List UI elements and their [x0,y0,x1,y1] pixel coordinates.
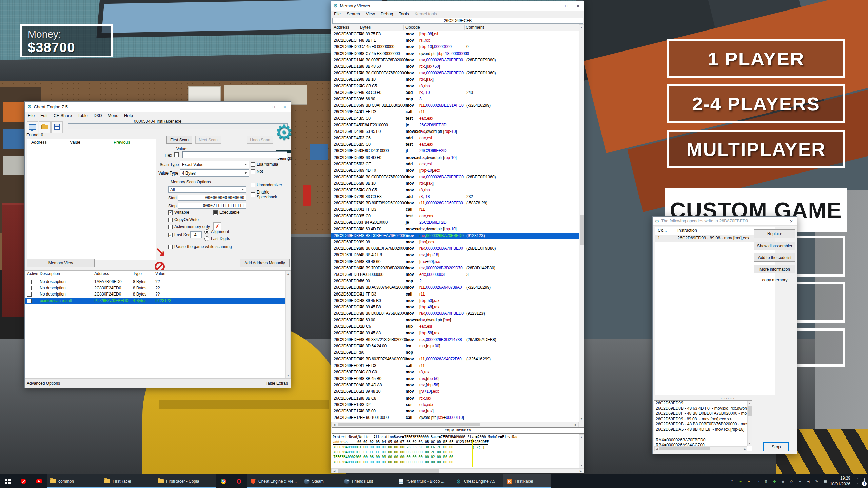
disasm-row[interactable]: 26C2D69ED8F48 B8 D0BE0FA76B020000movrax,… [331,233,579,239]
close-icon[interactable] [279,102,291,112]
menu-file[interactable]: File [28,113,35,118]
disasm-row[interactable]: 26C2D69EDDD48 63 00movsxdrax,dword ptr [… [331,317,579,324]
mv-address-bar[interactable]: 26C2D69ECFB [332,18,583,24]
disasm-row[interactable]: 26C2D69ED530F8C D4010000jl26C2D69EF2D [331,148,579,155]
context-horizontal-scrollbar[interactable] [654,446,747,451]
disasm-row[interactable]: 26C2D69ED5F89 4D F0mov[rbp-10],ecx [331,168,579,174]
disasm-row[interactable]: 26C2D69EDCB48 89 45 B0mov[rbp-50],rax [331,298,579,304]
menu-search[interactable]: Search [347,12,360,16]
mv-hexview[interactable]: Protect:Read/Write AllocationBase=7FF63B… [331,434,584,468]
op-titlebar[interactable]: ⚙ The following opcodes write to 26BA70F… [653,217,797,226]
disasm-row[interactable]: 26C2D69ED8385 C0testeax,eax [331,213,579,220]
resize-handle[interactable]: ········ [721,396,735,400]
menu-mono[interactable]: Mono [108,113,118,118]
minimize-icon[interactable] [549,1,561,11]
disasm-row[interactable]: 26C2D69EDBE49 BB A03807946A020000movr11,… [331,285,579,291]
disasm-row[interactable]: 26C2D69EDF649 BB 602F07946A020000movr11,… [331,356,579,363]
disasm-row[interactable]: 26C2D69ED9B48 B8 00BE0FA76B020000movrax,… [331,246,579,252]
menu-ce-share[interactable]: CE Share [54,113,72,118]
disasm-row[interactable]: 26C2D69EDE02B C6subeax,esi [331,324,579,330]
undo-scan-button[interactable]: Undo Scan [247,136,273,144]
taskbar-youtube-button[interactable] [31,474,47,488]
disasm-row[interactable]: 26C2D69EDB7BA 03000000movedx,000000033 [331,272,579,278]
menu-kernel-tools[interactable]: Kernel tools [415,12,437,16]
pen-icon[interactable]: ✎ [814,479,820,484]
menu-tools[interactable]: Tools [399,12,409,16]
taskbar-friends-list[interactable]: Friends List [340,474,395,488]
replace-button[interactable]: Replace [754,229,795,238]
open-table-button[interactable] [39,121,51,133]
disasm-row[interactable]: 26C2D69EDCF48 89 45 B8mov[rbp-48],rax [331,304,579,311]
table-row[interactable]: No description2C830F24ED08 Bytes?? [25,285,285,291]
taskbar-windows-button[interactable] [0,474,16,488]
not-checkbox[interactable]: Not [251,169,263,174]
disasm-row[interactable]: 26C2D69ED6C48 8B 10movrdx,[rax] [331,181,579,187]
table-row[interactable]: No description2C830F24ED08 Bytes?? [25,291,285,298]
hex-checkbox[interactable] [174,152,179,157]
menu-file[interactable]: File [334,12,341,16]
menu-view[interactable]: View [366,12,375,16]
scan-type-select[interactable]: Exact Value [180,161,249,168]
copyonwrite-checkbox[interactable]: CopyOnWrite [168,217,199,222]
disasm-row[interactable]: 26C2D69EDBC66 90nop2 [331,278,579,285]
disasm-row[interactable]: 26C2D69ED9989 08mov[rax],ecx [331,239,579,246]
taskbar-cheat-engine-7-5[interactable]: ⚙Cheat Engine 7.5 [452,474,503,488]
taskbar--sem-t-tulo-bloco-[interactable]: *Sem título - Bloco ... [395,474,452,488]
disasm-row[interactable]: 26C2D69EE1533 D2xoredx,edx [331,402,579,408]
advanced-options-link[interactable]: Advanced Options [27,381,60,386]
close-icon[interactable] [786,217,797,225]
copy-memory-bar[interactable]: copy memory [332,427,584,434]
disasm-row[interactable]: 26C2D69ED1B48 8B 48 60movrcx,[rax+60] [331,64,579,70]
column-address[interactable]: Address [334,25,349,30]
menu-help[interactable]: Help [124,113,133,118]
disasm-row[interactable]: 26C2D69ED5948 63 4D F0movsxdrcx,dword pt… [331,155,579,161]
menu-edit[interactable]: Edit [40,113,48,118]
menu-1-player[interactable]: 1 PLAYER [667,39,845,78]
executable-checkbox[interactable]: Executable [213,210,239,215]
table-scrollbar[interactable] [285,271,291,379]
disasm-row[interactable]: 26C2D69EE1748 8B 00movrax,[rax] [331,408,579,415]
notification-center-icon[interactable]: 1 [857,478,865,484]
maximize-icon[interactable] [268,102,279,112]
value-input[interactable] [182,151,287,158]
security-icon[interactable]: ✚ [772,479,777,484]
writable-checkbox[interactable]: Writable [168,210,189,215]
ce-titlebar[interactable]: ⚙ Cheat Engine 7.5 [25,102,291,112]
more-information-button[interactable]: More information [754,265,795,273]
disasm-row[interactable]: 26C2D69EDD348 B8 D0BE0FA76B020000movrax,… [331,311,579,317]
menu-2-4-players[interactable]: 2-4 PLAYERS [667,84,845,123]
disasm-row[interactable]: 26C2D69EDC841 FF D3callr11 [331,291,579,298]
disasm-row[interactable]: 26C2D69EDA948 89 48 60mov[rax+60],rcx [331,259,579,265]
hex-scrollbar[interactable] [579,434,584,468]
fast-scan-checkbox[interactable]: Fast Scan [168,232,193,237]
disasm-row[interactable]: 26C2D69ED7249 83 C0 E8addr8,-18232 [331,194,579,200]
disasm-row[interactable]: 26C2D69EDF590nop [331,350,579,356]
last-digits-radio[interactable]: Last Digits [204,236,230,241]
context-vertical-scrollbar[interactable] [747,401,752,446]
taskbar-clock[interactable]: 19:29 10/01/2026 [830,475,850,487]
taskbar-cheat-engine-vie-[interactable]: Cheat Engine :: Vie... [247,474,300,488]
taskbar-firstracer[interactable]: FirstRacer [101,474,155,488]
disasm-row[interactable]: 26C2D69ED4041 FF D3callr11 [331,109,579,116]
disasm-row[interactable]: 26C2D69ED2C4C 8B C5movr8,rbp [331,83,579,90]
volume-icon[interactable]: ◄ [806,479,811,483]
column-comment[interactable]: Comment [466,25,484,30]
chrome-icon[interactable]: ● [746,479,752,483]
pointer-arrow-icon[interactable]: ↘ [155,246,165,258]
scan-results-list[interactable]: AddressValuePrevious [27,139,156,260]
menu-d3d[interactable]: D3D [94,113,102,118]
disasm-row[interactable]: 26C2D69EE0A48 8B 4D A8movrcx,[rbp-58] [331,382,579,389]
taskbar-ytmusic-button[interactable] [16,474,31,488]
taskbar-common[interactable]: common [47,474,101,488]
disasm-row[interactable]: 26C2D69EE1AFF 90 10010000callqword ptr [… [331,415,579,421]
opcode-context-panel[interactable]: 26C2D69ED99:26C2D69ED8B - 48 63 4D F0 - … [654,400,752,451]
fast-scan-input[interactable]: 4 [190,231,202,238]
close-icon[interactable] [572,1,584,11]
disasm-row[interactable]: 26C2D69EDA548 8B 4D E8movrcx,[rbp-18] [331,252,579,259]
table-extras-link[interactable]: Table Extras [265,381,288,386]
pause-game-checkbox[interactable]: Pause the game while scanning [168,244,232,249]
disasm-row[interactable]: 26C2D69ED4F03 C6addeax,esi [331,135,579,142]
lua-formula-checkbox[interactable]: Lua formula [251,162,278,167]
disasm-row[interactable]: 26C2D69ED7649 BB 80EF692D6C020000movr11,… [331,200,579,207]
menu-multiplayer[interactable]: MULTIPLAYER [667,130,845,168]
